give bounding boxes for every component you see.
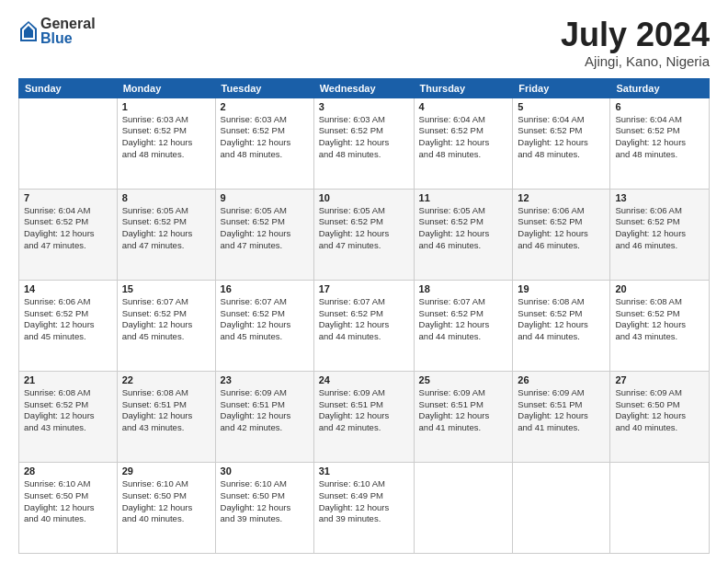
calendar-cell: 25Sunrise: 6:09 AM Sunset: 6:51 PM Dayli… bbox=[414, 371, 513, 462]
day-info: Sunrise: 6:09 AM Sunset: 6:50 PM Dayligh… bbox=[615, 387, 704, 434]
day-number: 19 bbox=[518, 283, 605, 294]
calendar-cell: 5Sunrise: 6:04 AM Sunset: 6:52 PM Daylig… bbox=[513, 98, 610, 189]
day-number: 8 bbox=[122, 192, 210, 203]
day-number: 3 bbox=[319, 101, 409, 112]
calendar-cell: 11Sunrise: 6:05 AM Sunset: 6:52 PM Dayli… bbox=[414, 189, 513, 280]
day-info: Sunrise: 6:03 AM Sunset: 6:52 PM Dayligh… bbox=[221, 114, 309, 161]
calendar-cell: 24Sunrise: 6:09 AM Sunset: 6:51 PM Dayli… bbox=[313, 371, 414, 462]
calendar-cell: 31Sunrise: 6:10 AM Sunset: 6:49 PM Dayli… bbox=[313, 462, 414, 553]
day-info: Sunrise: 6:10 AM Sunset: 6:49 PM Dayligh… bbox=[319, 478, 409, 525]
day-number: 21 bbox=[24, 374, 112, 385]
day-info: Sunrise: 6:05 AM Sunset: 6:52 PM Dayligh… bbox=[221, 205, 309, 252]
month-year: July 2024 bbox=[561, 17, 710, 53]
week-row-4: 21Sunrise: 6:08 AM Sunset: 6:52 PM Dayli… bbox=[19, 371, 710, 462]
day-info: Sunrise: 6:08 AM Sunset: 6:52 PM Dayligh… bbox=[24, 387, 112, 434]
day-info: Sunrise: 6:07 AM Sunset: 6:52 PM Dayligh… bbox=[319, 296, 409, 343]
calendar-cell: 8Sunrise: 6:05 AM Sunset: 6:52 PM Daylig… bbox=[117, 189, 215, 280]
day-header-tuesday: Tuesday bbox=[215, 78, 313, 98]
day-header-wednesday: Wednesday bbox=[313, 78, 414, 98]
page: General Blue July 2024 Ajingi, Kano, Nig… bbox=[0, 0, 728, 563]
day-number: 29 bbox=[122, 465, 210, 477]
day-info: Sunrise: 6:05 AM Sunset: 6:52 PM Dayligh… bbox=[419, 205, 508, 252]
day-info: Sunrise: 6:09 AM Sunset: 6:51 PM Dayligh… bbox=[419, 387, 508, 434]
day-info: Sunrise: 6:03 AM Sunset: 6:52 PM Dayligh… bbox=[319, 114, 409, 161]
calendar-cell: 10Sunrise: 6:05 AM Sunset: 6:52 PM Dayli… bbox=[313, 189, 414, 280]
day-number: 13 bbox=[615, 192, 704, 203]
header: General Blue July 2024 Ajingi, Kano, Nig… bbox=[18, 17, 710, 69]
day-number: 1 bbox=[122, 101, 210, 112]
calendar-cell bbox=[19, 98, 118, 189]
calendar-cell: 18Sunrise: 6:07 AM Sunset: 6:52 PM Dayli… bbox=[414, 280, 513, 371]
day-info: Sunrise: 6:09 AM Sunset: 6:51 PM Dayligh… bbox=[518, 387, 605, 434]
day-number: 10 bbox=[319, 192, 409, 203]
day-header-saturday: Saturday bbox=[610, 78, 710, 98]
day-info: Sunrise: 6:06 AM Sunset: 6:52 PM Dayligh… bbox=[24, 296, 112, 343]
day-number: 30 bbox=[221, 465, 309, 477]
day-number: 15 bbox=[122, 283, 210, 294]
day-info: Sunrise: 6:08 AM Sunset: 6:52 PM Dayligh… bbox=[518, 296, 605, 343]
calendar-cell: 27Sunrise: 6:09 AM Sunset: 6:50 PM Dayli… bbox=[610, 371, 710, 462]
day-info: Sunrise: 6:10 AM Sunset: 6:50 PM Dayligh… bbox=[122, 478, 210, 525]
calendar-cell: 22Sunrise: 6:08 AM Sunset: 6:51 PM Dayli… bbox=[117, 371, 215, 462]
day-header-thursday: Thursday bbox=[414, 78, 513, 98]
day-info: Sunrise: 6:04 AM Sunset: 6:52 PM Dayligh… bbox=[419, 114, 508, 161]
calendar-cell bbox=[610, 462, 710, 553]
day-number: 28 bbox=[24, 465, 112, 477]
day-number: 18 bbox=[419, 283, 508, 294]
day-header-monday: Monday bbox=[117, 78, 215, 98]
calendar-cell bbox=[513, 462, 610, 553]
calendar-cell: 12Sunrise: 6:06 AM Sunset: 6:52 PM Dayli… bbox=[513, 189, 610, 280]
day-info: Sunrise: 6:07 AM Sunset: 6:52 PM Dayligh… bbox=[122, 296, 210, 343]
day-info: Sunrise: 6:06 AM Sunset: 6:52 PM Dayligh… bbox=[518, 205, 605, 252]
calendar-cell: 17Sunrise: 6:07 AM Sunset: 6:52 PM Dayli… bbox=[313, 280, 414, 371]
day-number: 20 bbox=[615, 283, 704, 294]
day-info: Sunrise: 6:04 AM Sunset: 6:52 PM Dayligh… bbox=[24, 205, 112, 252]
calendar-cell bbox=[414, 462, 513, 553]
day-info: Sunrise: 6:07 AM Sunset: 6:52 PM Dayligh… bbox=[419, 296, 508, 343]
day-number: 25 bbox=[419, 374, 508, 385]
day-number: 26 bbox=[518, 374, 605, 385]
day-info: Sunrise: 6:09 AM Sunset: 6:51 PM Dayligh… bbox=[221, 387, 309, 434]
title-block: July 2024 Ajingi, Kano, Nigeria bbox=[561, 17, 710, 69]
calendar-cell: 28Sunrise: 6:10 AM Sunset: 6:50 PM Dayli… bbox=[19, 462, 118, 553]
logo: General Blue bbox=[18, 17, 96, 46]
calendar-header-row: SundayMondayTuesdayWednesdayThursdayFrid… bbox=[19, 78, 710, 98]
week-row-5: 28Sunrise: 6:10 AM Sunset: 6:50 PM Dayli… bbox=[19, 462, 710, 553]
calendar-cell: 1Sunrise: 6:03 AM Sunset: 6:52 PM Daylig… bbox=[117, 98, 215, 189]
day-info: Sunrise: 6:10 AM Sunset: 6:50 PM Dayligh… bbox=[24, 478, 112, 525]
day-number: 23 bbox=[221, 374, 309, 385]
day-number: 17 bbox=[319, 283, 409, 294]
day-number: 24 bbox=[319, 374, 409, 385]
day-number: 4 bbox=[419, 101, 508, 112]
calendar-cell: 15Sunrise: 6:07 AM Sunset: 6:52 PM Dayli… bbox=[117, 280, 215, 371]
day-number: 9 bbox=[221, 192, 309, 203]
logo-icon bbox=[20, 21, 37, 41]
location: Ajingi, Kano, Nigeria bbox=[561, 53, 710, 69]
calendar-cell: 20Sunrise: 6:08 AM Sunset: 6:52 PM Dayli… bbox=[610, 280, 710, 371]
day-number: 14 bbox=[24, 283, 112, 294]
day-info: Sunrise: 6:08 AM Sunset: 6:52 PM Dayligh… bbox=[615, 296, 704, 343]
day-number: 16 bbox=[221, 283, 309, 294]
week-row-2: 7Sunrise: 6:04 AM Sunset: 6:52 PM Daylig… bbox=[19, 189, 710, 280]
day-number: 22 bbox=[122, 374, 210, 385]
logo-text: General Blue bbox=[40, 17, 96, 46]
day-number: 5 bbox=[518, 101, 605, 112]
day-number: 6 bbox=[615, 101, 704, 112]
day-info: Sunrise: 6:07 AM Sunset: 6:52 PM Dayligh… bbox=[221, 296, 309, 343]
day-info: Sunrise: 6:10 AM Sunset: 6:50 PM Dayligh… bbox=[221, 478, 309, 525]
calendar-cell: 14Sunrise: 6:06 AM Sunset: 6:52 PM Dayli… bbox=[19, 280, 118, 371]
calendar-cell: 6Sunrise: 6:04 AM Sunset: 6:52 PM Daylig… bbox=[610, 98, 710, 189]
day-number: 7 bbox=[24, 192, 112, 203]
day-info: Sunrise: 6:05 AM Sunset: 6:52 PM Dayligh… bbox=[319, 205, 409, 252]
day-number: 12 bbox=[518, 192, 605, 203]
day-number: 27 bbox=[615, 374, 704, 385]
calendar-cell: 3Sunrise: 6:03 AM Sunset: 6:52 PM Daylig… bbox=[313, 98, 414, 189]
calendar-cell: 2Sunrise: 6:03 AM Sunset: 6:52 PM Daylig… bbox=[215, 98, 313, 189]
day-info: Sunrise: 6:04 AM Sunset: 6:52 PM Dayligh… bbox=[518, 114, 605, 161]
week-row-1: 1Sunrise: 6:03 AM Sunset: 6:52 PM Daylig… bbox=[19, 98, 710, 189]
logo-blue: Blue bbox=[40, 31, 96, 46]
calendar-cell: 26Sunrise: 6:09 AM Sunset: 6:51 PM Dayli… bbox=[513, 371, 610, 462]
day-header-sunday: Sunday bbox=[19, 78, 118, 98]
day-number: 31 bbox=[319, 465, 409, 477]
day-header-friday: Friday bbox=[513, 78, 610, 98]
